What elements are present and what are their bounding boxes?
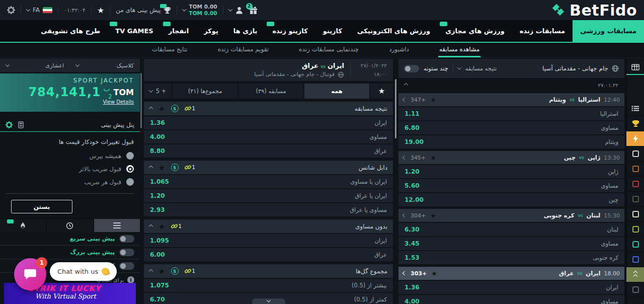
market-star-icon[interactable]: ★ [158, 267, 165, 275]
gift-button[interactable]: 2 [249, 6, 258, 15]
view-details-link[interactable]: View Details [6, 99, 134, 105]
sport-flag-icon[interactable] [626, 162, 644, 177]
chat-with-us-pill[interactable]: Chat with us [50, 262, 117, 281]
odds-row[interactable]: 5.60 مساوی [398, 179, 624, 192]
market-tab[interactable]: مجموع‌ها (۴۱) [173, 84, 237, 99]
sport-flag-icon[interactable] [626, 237, 644, 252]
odds-row[interactable]: 1.11 استرالیا [398, 107, 624, 120]
odds-format-classic[interactable]: کلاسیک [70, 59, 140, 72]
subnav-item[interactable]: نتایج مسابقات [151, 43, 189, 57]
nav-item[interactable]: کازینو [315, 20, 350, 42]
multi-column-toggle[interactable] [404, 65, 419, 72]
market-star-icon[interactable]: ★ [158, 164, 165, 172]
subnav-item[interactable]: تقویم مسابقات زنده [217, 43, 270, 57]
tab-betslip-list[interactable] [94, 219, 140, 232]
subnav-item[interactable]: چندنمایی مسابقات زنده [298, 43, 360, 57]
nav-item[interactable]: TV GAMES [108, 20, 160, 42]
sport-flag-icon[interactable] [626, 222, 644, 237]
sport-flag-icon[interactable] [626, 146, 644, 162]
match-row-header[interactable]: +345 ★ 13:30 ژاپن vs چین [398, 151, 624, 164]
trophy-icon[interactable] [626, 116, 644, 131]
odds-row[interactable]: 1.53 کره جنوبی [398, 251, 624, 264]
collapse-icon[interactable] [149, 165, 153, 169]
grid-view-icon[interactable] [626, 60, 644, 75]
tab-recent[interactable] [47, 219, 94, 232]
sport-flag-icon[interactable] [626, 207, 644, 222]
radio-option[interactable]: همیشه بپرس [6, 152, 134, 160]
collapse-all-icon[interactable] [626, 267, 644, 282]
odds-row[interactable]: 2.93 مساوی یا عراق [144, 203, 393, 216]
toggle-switch[interactable] [119, 249, 134, 256]
odds-row[interactable]: 6.30 لبنان [398, 223, 624, 236]
sport-flag-icon[interactable] [626, 192, 644, 207]
market-star-icon[interactable]: ★ [158, 105, 165, 113]
calculator-icon[interactable] [18, 121, 24, 128]
odds-row[interactable]: 1.095 ایران [144, 234, 393, 247]
toggle-switch[interactable] [119, 262, 134, 270]
match-star-icon[interactable]: ★ [430, 154, 436, 162]
toggle-switch[interactable] [119, 235, 134, 243]
list-view-icon[interactable] [626, 101, 644, 116]
sport-jackpot-card[interactable]: SPORT JACKPOT 784,141,1 ب 2 TOM View Det… [0, 73, 140, 112]
match-star-icon[interactable]: ★ [430, 96, 436, 104]
scrollbar-thumb[interactable] [395, 79, 396, 138]
more-markets-count[interactable]: +345 [411, 155, 426, 161]
sport-flag-icon[interactable] [626, 282, 644, 297]
close-button[interactable]: بستن [11, 200, 72, 213]
collapse-icon[interactable] [149, 269, 153, 273]
match-row-header[interactable]: +303 ★ 18.00 ایران vs عراق [398, 267, 624, 280]
match-row-header[interactable]: +347 ★ 12:40 استرالیا vs ویتنام [398, 93, 624, 106]
market-tab[interactable]: مسابقه (۴۹) [238, 84, 303, 99]
subnav-item[interactable]: داشبورد [388, 43, 410, 57]
subnav-item[interactable]: مشاهده مسابقه [438, 43, 480, 57]
odds-row[interactable]: 4.00 مساوی [144, 130, 393, 143]
scrollbar[interactable] [394, 58, 397, 304]
odds-format-decimal[interactable]: اعشاری [0, 59, 70, 72]
market-header[interactable]: ★ $ 1 بدون مساوی [144, 219, 393, 233]
sport-flag-icon[interactable] [626, 177, 644, 192]
gear-icon[interactable] [6, 121, 13, 128]
nav-item[interactable]: طرح های تشویقی [33, 20, 108, 42]
favorites-star-icon[interactable]: ★ [97, 6, 104, 15]
match-star-icon[interactable]: ★ [430, 212, 436, 219]
balance-menu[interactable]: TOM 0.00 TOM 0.00 [183, 4, 217, 17]
odds-row[interactable]: 3.45 مساوی [398, 237, 624, 250]
language-selector[interactable]: FA [27, 7, 52, 14]
date-group-row[interactable]: ۲۷.۰۱.۲۲ [398, 80, 624, 91]
market-star-icon[interactable]: ★ [158, 222, 165, 231]
more-markets-count[interactable]: +304 [411, 212, 426, 219]
chat-launcher-button[interactable]: 1 [14, 258, 46, 290]
nav-item[interactable]: کازینو زنده [265, 20, 315, 42]
nav-item[interactable]: ورزش های الکترونیکی [350, 20, 438, 42]
nav-item[interactable]: ورزش های مجازی [438, 20, 512, 42]
radio-button[interactable] [126, 152, 134, 160]
sidebar-toggle-row[interactable]: پیش بینی بزرگ [0, 246, 140, 259]
odds-row[interactable]: 6.00 عراق [144, 248, 393, 261]
collapse-icon[interactable] [404, 83, 408, 87]
odds-row[interactable]: 4.00 مساوی [398, 295, 624, 304]
market-tab[interactable]: همه [304, 84, 369, 99]
scroll-down-button[interactable] [252, 298, 285, 304]
nav-item[interactable]: مسابقات ورزشی [573, 20, 644, 42]
tab-hot-bets[interactable] [0, 219, 47, 232]
market-header[interactable]: ★ $ 1 دابل شانس [144, 161, 393, 174]
account-menu[interactable] [229, 6, 244, 15]
market-header[interactable]: ★ $ 1 مجموع گل‌ها [144, 264, 393, 278]
more-markets-count[interactable]: +347 [411, 97, 426, 103]
radio-option[interactable]: قبول ضریب بالاتر [6, 165, 134, 173]
collapse-icon[interactable] [149, 106, 153, 110]
radio-button[interactable] [126, 178, 134, 186]
settings-gear-icon[interactable] [7, 6, 15, 14]
odds-row[interactable]: 1.36 ایران [398, 281, 624, 294]
lightning-icon[interactable] [626, 131, 644, 146]
nav-item[interactable]: بازی ها [226, 20, 265, 42]
my-bets-menu[interactable]: پیش بینی های من [116, 7, 171, 14]
radio-button[interactable] [126, 165, 134, 173]
odds-row[interactable]: 12.00 چین [398, 193, 624, 206]
match-star-icon[interactable]: ★ [431, 270, 437, 277]
odds-row[interactable]: 1.20 ایران یا عراق [144, 189, 393, 202]
scrollbar-thumb[interactable] [140, 73, 142, 128]
radio-option[interactable]: قبول هر ضریب [6, 178, 134, 186]
sport-flag-icon[interactable] [626, 252, 644, 267]
odds-row[interactable]: 1.065 ایران یا مساوی [144, 175, 393, 188]
